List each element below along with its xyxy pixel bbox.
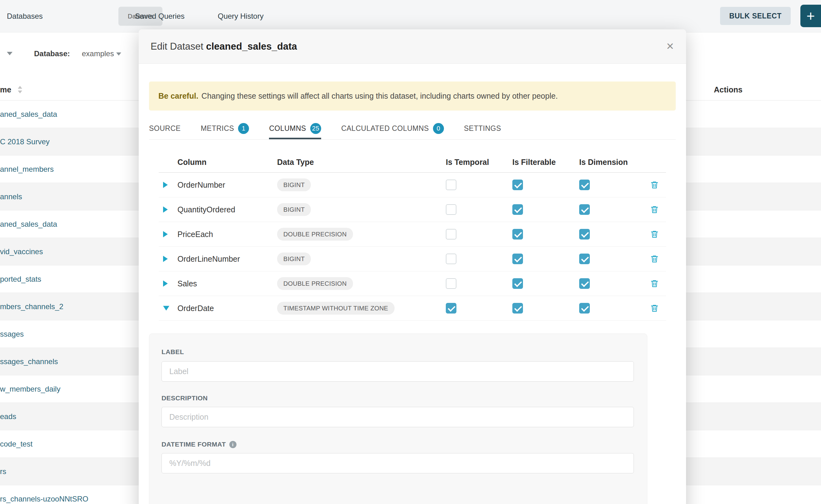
dataset-link[interactable]: vid_vaccines bbox=[0, 247, 43, 256]
nav-item-saved-queries[interactable]: Saved Queries bbox=[135, 12, 185, 21]
dataset-link[interactable]: annel_members bbox=[0, 165, 54, 174]
tab-settings[interactable]: SETTINGS bbox=[464, 118, 501, 139]
dataset-link[interactable]: aned_sales_data bbox=[0, 110, 57, 119]
data-type-pill: BIGINT bbox=[277, 203, 311, 216]
warning-text: Changing these settings will affect all … bbox=[201, 91, 558, 101]
expand-caret-icon[interactable] bbox=[163, 206, 168, 213]
dataset-link[interactable]: mbers_channels_2 bbox=[0, 302, 63, 311]
expand-caret-icon[interactable] bbox=[163, 182, 168, 188]
tab-metrics[interactable]: METRICS 1 bbox=[200, 118, 249, 139]
column-name: OrderNumber bbox=[177, 180, 225, 190]
is-filterable-checkbox[interactable] bbox=[512, 278, 523, 289]
data-type-pill: TIMESTAMP WITHOUT TIME ZONE bbox=[277, 302, 394, 315]
database-filter-label: Database: bbox=[34, 49, 70, 58]
column-header: Column bbox=[177, 158, 206, 167]
is-dimension-checkbox[interactable] bbox=[579, 229, 590, 240]
columns-table-header: Column Data Type Is Temporal Is Filterab… bbox=[159, 152, 666, 173]
delete-column-icon[interactable] bbox=[650, 254, 659, 264]
nav-item-databases[interactable]: Databases bbox=[7, 12, 43, 21]
is-temporal-checkbox[interactable] bbox=[446, 204, 457, 215]
warning-banner: Be careful. Changing these settings will… bbox=[149, 82, 676, 111]
dataset-link[interactable]: ssages_channels bbox=[0, 357, 58, 366]
is-temporal-checkbox[interactable] bbox=[446, 303, 457, 314]
chevron-down-icon[interactable] bbox=[7, 52, 12, 55]
close-icon[interactable]: ✕ bbox=[666, 42, 674, 51]
dataset-link[interactable]: C 2018 Survey bbox=[0, 137, 50, 146]
is-temporal-checkbox[interactable] bbox=[446, 229, 457, 240]
is-dimension-header: Is Dimension bbox=[579, 158, 628, 167]
column-name: QuantityOrdered bbox=[177, 205, 235, 214]
database-filter-value[interactable]: examples bbox=[82, 49, 114, 58]
dataset-link[interactable]: ssages bbox=[0, 330, 24, 338]
column-row: Sales DOUBLE PRECISION bbox=[159, 271, 666, 296]
bulk-select-button[interactable]: BULK SELECT bbox=[720, 7, 791, 25]
is-filterable-checkbox[interactable] bbox=[512, 229, 523, 240]
dataset-link[interactable]: ported_stats bbox=[0, 275, 41, 284]
data-type-pill: BIGINT bbox=[277, 253, 311, 265]
expand-caret-icon[interactable] bbox=[163, 256, 168, 262]
is-dimension-checkbox[interactable] bbox=[579, 204, 590, 215]
tab-source[interactable]: SOURCE bbox=[149, 118, 180, 139]
name-column-header: me bbox=[0, 85, 11, 94]
column-row: PriceEach DOUBLE PRECISION bbox=[159, 222, 666, 247]
column-name: Sales bbox=[177, 279, 197, 288]
dataset-link[interactable]: rs bbox=[0, 467, 6, 476]
dataset-link[interactable]: aned_sales_data bbox=[0, 220, 57, 229]
is-dimension-checkbox[interactable] bbox=[579, 278, 590, 289]
actions-column-header: Actions bbox=[714, 85, 743, 94]
tab-columns[interactable]: COLUMNS 25 bbox=[269, 118, 321, 139]
is-filterable-checkbox[interactable] bbox=[512, 204, 523, 215]
label-input[interactable] bbox=[161, 361, 634, 382]
edit-dataset-modal: Edit Dataset cleaned_sales_data ✕ Be car… bbox=[139, 29, 686, 504]
tab-calculated-columns[interactable]: CALCULATED COLUMNS 0 bbox=[341, 118, 444, 139]
tab-label: COLUMNS bbox=[269, 124, 306, 133]
column-name: OrderDate bbox=[177, 304, 214, 313]
is-temporal-checkbox[interactable] bbox=[446, 278, 457, 289]
tab-count-badge: 0 bbox=[433, 123, 444, 134]
delete-column-icon[interactable] bbox=[650, 304, 659, 313]
modal-title: Edit Dataset cleaned_sales_data bbox=[151, 41, 297, 52]
warning-bold-text: Be careful. bbox=[158, 91, 198, 101]
dataset-link[interactable]: annels bbox=[0, 192, 22, 201]
tab-label: SOURCE bbox=[149, 124, 180, 133]
column-row: OrderLineNumber BIGINT bbox=[159, 247, 666, 271]
is-dimension-checkbox[interactable] bbox=[579, 303, 590, 314]
columns-table: Column Data Type Is Temporal Is Filterab… bbox=[159, 152, 666, 321]
column-name: OrderLineNumber bbox=[177, 254, 240, 264]
description-input[interactable] bbox=[161, 407, 634, 427]
dataset-link[interactable]: w_members_daily bbox=[0, 385, 60, 393]
is-temporal-checkbox[interactable] bbox=[446, 254, 457, 264]
delete-column-icon[interactable] bbox=[650, 180, 659, 190]
column-row: OrderDate TIMESTAMP WITHOUT TIME ZONE bbox=[159, 296, 666, 321]
is-filterable-checkbox[interactable] bbox=[512, 303, 523, 314]
sort-icon[interactable] bbox=[17, 86, 22, 94]
is-filterable-checkbox[interactable] bbox=[512, 180, 523, 190]
add-dataset-button[interactable]: + bbox=[800, 5, 821, 27]
label-text: DESCRIPTION bbox=[161, 394, 208, 402]
is-dimension-checkbox[interactable] bbox=[579, 254, 590, 264]
tab-label: METRICS bbox=[200, 124, 234, 133]
expand-caret-icon[interactable] bbox=[163, 231, 168, 237]
expand-caret-icon[interactable] bbox=[163, 306, 169, 311]
is-temporal-checkbox[interactable] bbox=[446, 180, 457, 190]
expand-caret-icon[interactable] bbox=[163, 280, 168, 287]
datetime-format-input[interactable] bbox=[161, 453, 634, 473]
column-name: PriceEach bbox=[177, 230, 213, 239]
description-field-label: DESCRIPTION bbox=[161, 394, 208, 402]
modal-tabs: SOURCE METRICS 1 COLUMNS 25 CALCULATED C… bbox=[149, 118, 676, 140]
info-icon[interactable]: i bbox=[229, 441, 236, 448]
is-dimension-checkbox[interactable] bbox=[579, 180, 590, 190]
is-temporal-header: Is Temporal bbox=[446, 158, 489, 167]
delete-column-icon[interactable] bbox=[650, 205, 659, 214]
data-type-pill: DOUBLE PRECISION bbox=[277, 277, 353, 290]
is-filterable-checkbox[interactable] bbox=[512, 254, 523, 264]
tab-label: CALCULATED COLUMNS bbox=[341, 124, 429, 133]
nav-item-query-history[interactable]: Query History bbox=[218, 12, 264, 21]
chevron-down-icon[interactable] bbox=[116, 52, 121, 56]
delete-column-icon[interactable] bbox=[650, 230, 659, 239]
dataset-link[interactable]: code_test bbox=[0, 440, 32, 448]
data-type-header: Data Type bbox=[277, 158, 314, 167]
dataset-link[interactable]: rs_channels-uzooNNtSRO bbox=[0, 495, 88, 503]
delete-column-icon[interactable] bbox=[650, 279, 659, 288]
dataset-link[interactable]: eads bbox=[0, 412, 16, 421]
